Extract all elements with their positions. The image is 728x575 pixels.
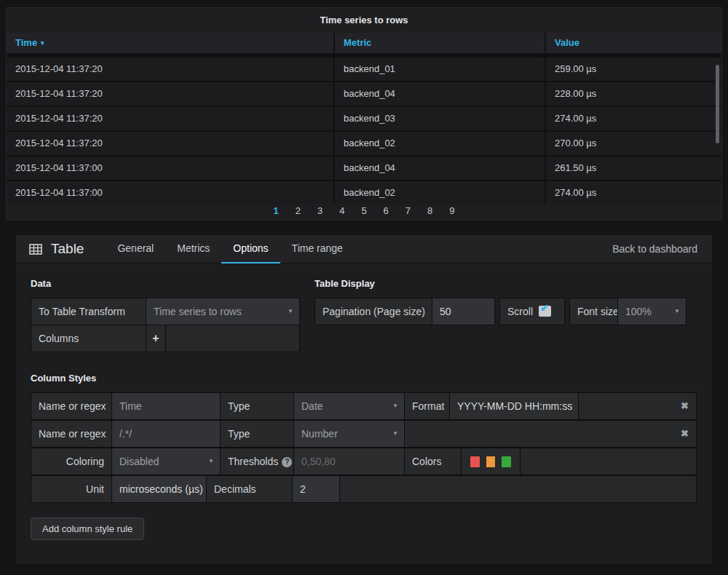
back-to-dashboard-link[interactable]: Back to dashboard — [612, 243, 702, 255]
thresholds-input[interactable]: 0,50,80 — [294, 448, 404, 475]
table-display-section: Table Display Pagination (Page size) 50 … — [314, 278, 697, 352]
unit-select[interactable]: microseconds (µs) — [112, 476, 206, 502]
add-column-button[interactable]: + — [146, 325, 165, 352]
column-header-value[interactable]: Value — [546, 33, 721, 53]
cell-value: 270.00 µs — [546, 132, 721, 155]
cell-value: 274.00 µs — [546, 107, 721, 130]
data-section: Data To Table Transform Time series to r… — [31, 278, 314, 352]
data-form: To Table Transform Time series to rows ▼… — [31, 298, 300, 352]
color-swatches — [462, 448, 520, 475]
coloring-select[interactable]: Disabled ▼ — [112, 448, 220, 475]
rule2-remove-icon[interactable]: ✖ — [681, 421, 689, 447]
cell-time: 2015-12-04 11:37:20 — [7, 82, 333, 106]
page-number-9[interactable]: 9 — [449, 205, 454, 216]
decimals-input[interactable]: 2 — [293, 476, 339, 502]
page-number-3[interactable]: 3 — [317, 205, 323, 216]
rule1-type-select[interactable]: Date ▼ — [294, 393, 404, 419]
editor-tabbar: Table General Metrics Options Time range… — [16, 235, 712, 263]
tab-time-range[interactable]: Time range — [280, 235, 355, 263]
rule1-remove-icon[interactable]: ✖ — [681, 393, 689, 419]
cell-time: 2015-12-04 11:37:00 — [7, 181, 333, 205]
table-scrollbar-thumb[interactable] — [716, 65, 719, 143]
cell-time: 2015-12-04 11:37:20 — [7, 132, 333, 155]
table-display-heading: Table Display — [314, 278, 697, 289]
cell-metric: backend_04 — [335, 82, 545, 106]
table-grid: Time▾ Metric Value 2015-12-04 11:37:20 b… — [7, 33, 721, 205]
editor-content: Data To Table Transform Time series to r… — [16, 263, 712, 555]
cell-value: 274.00 µs — [546, 181, 721, 205]
coloring-label: Coloring — [31, 448, 111, 475]
cell-metric: backend_03 — [335, 107, 545, 130]
column-header-time[interactable]: Time▾ — [7, 33, 333, 53]
page-number-8[interactable]: 8 — [427, 205, 432, 216]
sort-desc-icon: ▾ — [41, 39, 44, 47]
cell-metric: backend_02 — [335, 181, 545, 205]
chevron-down-icon: ▼ — [392, 421, 398, 447]
page-number-2[interactable]: 2 — [296, 205, 301, 216]
column-styles-heading: Column Styles — [31, 373, 697, 384]
font-size-label: Font size — [570, 298, 617, 325]
rule2-name-label: Name or regex — [31, 421, 111, 447]
page-number-6[interactable]: 6 — [384, 205, 389, 216]
rule1-type-label: Type — [221, 393, 293, 419]
rule1-name-label: Name or regex — [31, 393, 111, 419]
cell-value: 228.00 µs — [546, 82, 721, 106]
chevron-down-icon: ▼ — [392, 393, 398, 419]
tab-general[interactable]: General — [106, 235, 165, 263]
pagination-size-label: Pagination (Page size) — [315, 298, 432, 325]
thresholds-label: Thresholds? — [221, 448, 293, 475]
cell-value: 259.00 µs — [546, 58, 721, 81]
page-number-5[interactable]: 5 — [361, 205, 366, 216]
page-number-4[interactable]: 4 — [339, 205, 344, 216]
rule2-type-label: Type — [221, 421, 293, 447]
unit-label: Unit — [31, 476, 111, 502]
columns-filler — [166, 325, 299, 352]
table-panel: Time series to rows Time▾ Metric Value 2… — [6, 7, 722, 221]
chevron-down-icon: ▼ — [674, 298, 680, 325]
cell-metric: backend_02 — [335, 132, 545, 155]
scroll-toggle-cell: Scroll✔ — [500, 298, 564, 325]
help-icon[interactable]: ? — [282, 457, 292, 467]
cell-metric: backend_01 — [335, 58, 545, 81]
scroll-checkbox[interactable]: ✔ — [539, 306, 551, 317]
data-heading: Data — [31, 278, 314, 289]
transform-label: To Table Transform — [31, 298, 146, 325]
column-header-metric[interactable]: Metric — [335, 33, 545, 53]
threshold-color-orange-swatch[interactable] — [486, 456, 496, 467]
cell-value: 261.50 µs — [546, 156, 721, 180]
rule1-name-input[interactable]: Time — [112, 393, 220, 419]
editor-panel-type-title: Table — [51, 241, 84, 257]
threshold-color-red-swatch[interactable] — [470, 456, 480, 467]
rule1-format-select[interactable]: YYYY-MM-DD HH:mm:ss — [450, 393, 578, 419]
pagination: 1 2 3 4 5 6 7 8 9 — [7, 205, 721, 216]
tab-options[interactable]: Options — [221, 235, 280, 263]
cell-time: 2015-12-04 11:37:00 — [7, 156, 333, 180]
rule2-filler: ✖ — [405, 421, 696, 447]
unit-filler — [340, 476, 696, 502]
panel-editor: Table General Metrics Options Time range… — [16, 235, 712, 564]
threshold-color-green-swatch[interactable] — [502, 456, 511, 467]
add-column-style-rule-button[interactable]: Add column style rule — [31, 518, 144, 540]
tab-metrics[interactable]: Metrics — [165, 235, 221, 263]
columns-label: Columns — [31, 325, 146, 352]
font-size-select[interactable]: 100% ▼ — [618, 298, 686, 325]
table-grid-icon — [29, 244, 42, 255]
cell-time: 2015-12-04 11:37:20 — [7, 107, 333, 130]
colors-label: Colors — [405, 448, 461, 475]
panel-title: Time series to rows — [7, 8, 721, 32]
cell-metric: backend_04 — [335, 156, 545, 180]
page-number-7[interactable]: 7 — [405, 205, 411, 216]
rule1-filler: ✖ — [579, 393, 696, 419]
rule2-name-input[interactable]: /.*/ — [112, 421, 220, 447]
pagination-size-input[interactable]: 50 — [432, 298, 494, 325]
chevron-down-icon: ▼ — [288, 298, 293, 325]
coloring-filler — [521, 448, 696, 475]
decimals-label: Decimals — [207, 476, 292, 502]
cell-time: 2015-12-04 11:37:20 — [7, 58, 333, 81]
rule2-type-select[interactable]: Number ▼ — [294, 421, 404, 447]
transform-select[interactable]: Time series to rows ▼ — [146, 298, 299, 325]
chevron-down-icon: ▼ — [208, 448, 214, 475]
page-number-1[interactable]: 1 — [273, 205, 278, 216]
rule1-format-label: Format — [405, 393, 449, 419]
check-icon: ✔ — [540, 301, 549, 315]
